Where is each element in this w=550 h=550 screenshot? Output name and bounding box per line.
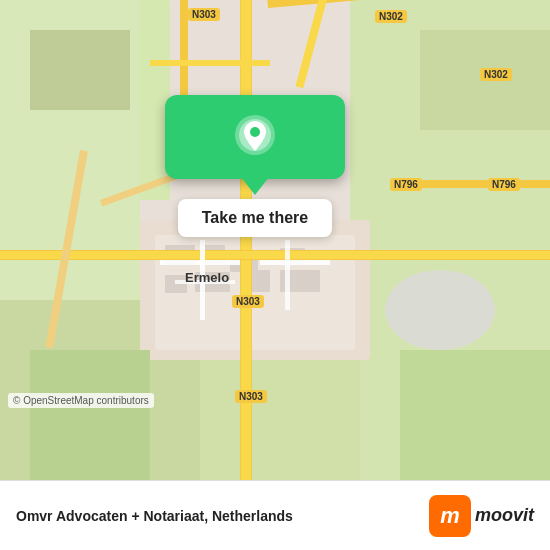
svg-rect-28 — [285, 240, 290, 310]
place-country: Netherlands — [212, 508, 293, 524]
road-label-n302-right: N302 — [480, 68, 512, 81]
svg-rect-20 — [0, 251, 550, 259]
place-name: Omvr Advocaten + Notariaat, Netherlands — [16, 508, 293, 524]
location-pin-icon — [233, 113, 277, 157]
road-label-n303-mid: N303 — [232, 295, 264, 308]
road-label-n796-left: N796 — [390, 178, 422, 191]
place-name-text: Omvr Advocaten + Notariaat, — [16, 508, 208, 524]
road-label-n796-right: N796 — [488, 178, 520, 191]
svg-rect-27 — [260, 260, 330, 265]
svg-rect-23 — [400, 180, 550, 188]
road-label-n302-top: N302 — [375, 10, 407, 23]
map-container: N303 N303 N303 N302 N302 N796 N796 Ermel… — [0, 0, 550, 480]
city-label: Ermelo — [185, 270, 229, 285]
moovit-icon: m — [429, 495, 471, 537]
svg-point-39 — [250, 127, 260, 137]
osm-credit: © OpenStreetMap contributors — [8, 393, 154, 408]
take-me-there-button[interactable]: Take me there — [178, 199, 332, 237]
popup-triangle — [241, 177, 269, 195]
map-background — [0, 0, 550, 480]
bottom-bar: Omvr Advocaten + Notariaat, Netherlands … — [0, 480, 550, 550]
svg-rect-5 — [200, 350, 360, 480]
road-label-n303-top: N303 — [188, 8, 220, 21]
svg-rect-18 — [241, 0, 251, 480]
moovit-text: moovit — [475, 505, 534, 526]
svg-rect-33 — [400, 350, 550, 480]
svg-rect-34 — [30, 350, 150, 480]
place-info: Omvr Advocaten + Notariaat, Netherlands — [16, 508, 293, 524]
svg-rect-32 — [150, 60, 270, 66]
svg-point-16 — [385, 270, 495, 350]
svg-rect-36 — [30, 30, 130, 110]
road-label-n303-bot: N303 — [235, 390, 267, 403]
moovit-logo: m moovit — [429, 495, 534, 537]
map-popup: Take me there — [155, 95, 355, 237]
popup-green-box — [165, 95, 345, 179]
